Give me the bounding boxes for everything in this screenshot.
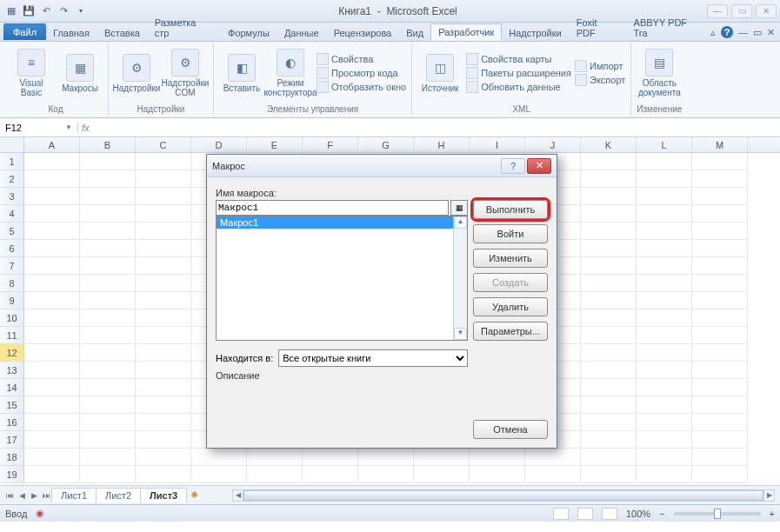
run-button[interactable]: Выполнить bbox=[473, 200, 548, 219]
cell[interactable] bbox=[24, 466, 80, 483]
mdi-close-icon[interactable]: ✕ bbox=[767, 27, 775, 38]
com-addins-button[interactable]: ⚙Надстройки COM bbox=[163, 47, 208, 99]
list-scrollbar[interactable]: ▲ ▼ bbox=[453, 216, 467, 340]
cell[interactable] bbox=[692, 344, 748, 362]
tab-addins[interactable]: Надстройки bbox=[501, 24, 569, 41]
cell[interactable] bbox=[24, 240, 80, 257]
cell[interactable] bbox=[692, 379, 748, 396]
sheet-nav-next-icon[interactable]: ▶ bbox=[28, 491, 40, 500]
cell[interactable] bbox=[24, 449, 80, 466]
cell[interactable] bbox=[692, 327, 748, 344]
horizontal-scrollbar[interactable]: ◀ ▶ bbox=[232, 489, 775, 502]
row-header[interactable]: 13 bbox=[0, 362, 24, 379]
cell[interactable] bbox=[581, 188, 637, 205]
cell[interactable] bbox=[637, 205, 692, 223]
cell[interactable] bbox=[581, 449, 637, 466]
zoom-slider[interactable] bbox=[674, 512, 761, 515]
xml-import-button[interactable]: Импорт bbox=[575, 59, 625, 73]
cell[interactable] bbox=[80, 188, 136, 205]
cell[interactable] bbox=[303, 466, 358, 483]
row-header[interactable]: 7 bbox=[0, 257, 24, 275]
cell[interactable] bbox=[637, 466, 692, 483]
cell[interactable] bbox=[692, 223, 748, 240]
cell[interactable] bbox=[24, 309, 80, 327]
tab-formulas[interactable]: Формулы bbox=[220, 24, 277, 41]
visual-basic-button[interactable]: ≡Visual Basic bbox=[9, 47, 54, 99]
sheet-nav-first-icon[interactable]: ⏮ bbox=[3, 491, 16, 500]
col-header[interactable]: A bbox=[24, 137, 80, 152]
row-header[interactable]: 15 bbox=[0, 396, 24, 414]
cell[interactable] bbox=[136, 449, 191, 466]
cell[interactable] bbox=[692, 414, 748, 431]
scroll-thumb[interactable] bbox=[243, 490, 763, 501]
cell[interactable] bbox=[692, 205, 748, 223]
mdi-restore-icon[interactable]: ▭ bbox=[753, 27, 762, 38]
cell[interactable] bbox=[637, 309, 692, 327]
col-header[interactable]: D bbox=[191, 137, 247, 152]
design-mode-button[interactable]: ◐Режим конструктора bbox=[268, 47, 313, 99]
cell[interactable] bbox=[80, 431, 136, 449]
cell[interactable] bbox=[80, 257, 136, 275]
cell[interactable] bbox=[24, 275, 80, 292]
cell[interactable] bbox=[581, 362, 637, 379]
cell[interactable] bbox=[692, 292, 748, 309]
cell[interactable] bbox=[191, 449, 247, 466]
cell[interactable] bbox=[637, 257, 692, 275]
xml-export-button[interactable]: Экспорт bbox=[575, 73, 625, 87]
dialog-help-button[interactable]: ? bbox=[501, 158, 525, 174]
step-into-button[interactable]: Войти bbox=[473, 224, 548, 243]
create-button[interactable]: Создать bbox=[473, 273, 548, 292]
dialog-titlebar[interactable]: Макрос ? ✕ bbox=[207, 155, 557, 177]
cell[interactable] bbox=[637, 223, 692, 240]
tab-file[interactable]: Файл bbox=[3, 23, 46, 40]
cell[interactable] bbox=[692, 431, 748, 449]
col-header[interactable]: F bbox=[303, 137, 358, 152]
cell[interactable] bbox=[80, 309, 136, 327]
cell[interactable] bbox=[692, 240, 748, 257]
map-props-button[interactable]: Свойства карты bbox=[466, 52, 571, 66]
cell[interactable] bbox=[136, 170, 191, 188]
options-button[interactable]: Параметры... bbox=[473, 322, 548, 341]
tab-view[interactable]: Вид bbox=[398, 24, 431, 41]
scroll-up-icon[interactable]: ▲ bbox=[454, 216, 467, 229]
row-header[interactable]: 16 bbox=[0, 414, 24, 431]
scroll-down-icon[interactable]: ▼ bbox=[454, 328, 467, 340]
insert-control-button[interactable]: ◧Вставить bbox=[219, 52, 264, 95]
edit-button[interactable]: Изменить bbox=[473, 249, 548, 268]
zoom-out-button[interactable]: − bbox=[659, 509, 664, 519]
cell[interactable] bbox=[581, 170, 637, 188]
col-header[interactable]: I bbox=[470, 137, 525, 152]
cell[interactable] bbox=[24, 170, 80, 188]
cell[interactable] bbox=[24, 292, 80, 309]
tab-abbyy[interactable]: ABBYY PDF Tra bbox=[626, 14, 711, 41]
col-header[interactable]: G bbox=[358, 137, 414, 152]
cell[interactable] bbox=[637, 362, 692, 379]
cell[interactable] bbox=[581, 205, 637, 223]
cell[interactable] bbox=[136, 240, 191, 257]
tab-page-layout[interactable]: Разметка стр bbox=[147, 14, 221, 41]
cell[interactable] bbox=[581, 379, 637, 396]
cell[interactable] bbox=[136, 379, 191, 396]
row-header[interactable]: 17 bbox=[0, 431, 24, 449]
delete-button[interactable]: Удалить bbox=[473, 297, 548, 316]
cell[interactable] bbox=[80, 466, 136, 483]
row-header[interactable]: 11 bbox=[0, 327, 24, 344]
cell[interactable] bbox=[80, 362, 136, 379]
tab-insert[interactable]: Вставка bbox=[97, 24, 148, 41]
cell[interactable] bbox=[24, 379, 80, 396]
cell[interactable] bbox=[136, 309, 191, 327]
close-button[interactable]: ✕ bbox=[756, 4, 777, 18]
addins-button[interactable]: ⚙Надстройки bbox=[114, 52, 159, 95]
cell[interactable] bbox=[136, 414, 191, 431]
zoom-in-button[interactable]: + bbox=[770, 509, 775, 519]
row-header[interactable]: 9 bbox=[0, 292, 24, 309]
cell[interactable] bbox=[581, 466, 637, 483]
sheet-nav-last-icon[interactable]: ⏭ bbox=[40, 491, 52, 500]
cell[interactable] bbox=[692, 449, 748, 466]
cell[interactable] bbox=[136, 396, 191, 414]
macro-list-item[interactable]: Макрос1 bbox=[217, 216, 453, 229]
cell[interactable] bbox=[136, 431, 191, 449]
cell[interactable] bbox=[525, 466, 581, 483]
col-header[interactable]: E bbox=[247, 137, 303, 152]
cell[interactable] bbox=[136, 205, 191, 223]
